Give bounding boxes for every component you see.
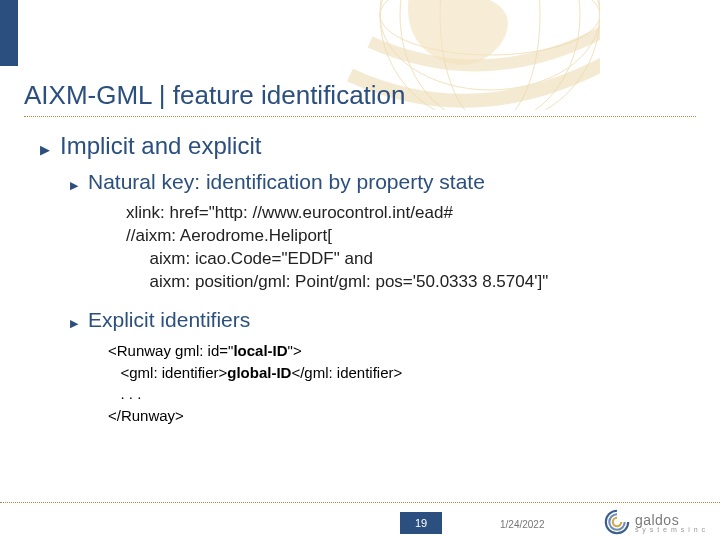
triangle-icon: ▶: [70, 179, 78, 192]
slide-title: AIXM-GML | feature identification: [24, 80, 406, 111]
logo-text: galdos s y s t e m s i n c: [635, 512, 706, 533]
bullet-text: Implicit and explicit: [60, 132, 261, 160]
logo: galdos s y s t e m s i n c: [603, 508, 706, 536]
code-bold: global-ID: [227, 364, 291, 381]
footer-date: 1/24/2022: [500, 519, 545, 530]
page-number: 19: [400, 512, 442, 534]
swirl-icon: [603, 508, 631, 536]
code-fragment: ">: [288, 342, 302, 359]
code-fragment: </gml: identifier>: [291, 364, 402, 381]
code-fragment: <Runway gml: id=": [108, 342, 233, 359]
code-line: xlink: href="http: //www.eurocontrol.int…: [126, 202, 696, 225]
triangle-icon: ▶: [40, 142, 50, 157]
triangle-icon: ▶: [70, 317, 78, 330]
title-divider: [24, 116, 696, 117]
accent-bar: [0, 0, 18, 66]
code-explicit-id: <Runway gml: id="local-ID"> <gml: identi…: [108, 340, 696, 427]
bullet-text: Natural key: identification by property …: [88, 170, 485, 194]
bullet-level2: ▶ Explicit identifiers: [70, 308, 696, 332]
bullet-level2: ▶ Natural key: identification by propert…: [70, 170, 696, 194]
code-line: <Runway gml: id="local-ID">: [108, 340, 696, 362]
code-natural-key: xlink: href="http: //www.eurocontrol.int…: [126, 202, 696, 294]
code-bold: local-ID: [233, 342, 287, 359]
logo-tagline: s y s t e m s i n c: [635, 526, 706, 533]
content-area: ▶ Implicit and explicit ▶ Natural key: i…: [40, 132, 696, 427]
slide: AIXM-GML | feature identification ▶ Impl…: [0, 0, 720, 540]
code-line: aixm: position/gml: Point/gml: pos='50.0…: [126, 271, 696, 294]
code-line: . . .: [108, 383, 696, 405]
code-line: aixm: icao.Code="EDDF" and: [126, 248, 696, 271]
code-fragment: <gml: identifier>: [108, 364, 227, 381]
footer: 19 1/24/2022 galdos s y s t e m s i n c: [0, 502, 720, 540]
code-line: <gml: identifier>global-ID</gml: identif…: [108, 362, 696, 384]
bullet-level1: ▶ Implicit and explicit: [40, 132, 696, 160]
code-line: </Runway>: [108, 405, 696, 427]
bullet-text: Explicit identifiers: [88, 308, 250, 332]
code-line: //aixm: Aerodrome.Heliport[: [126, 225, 696, 248]
